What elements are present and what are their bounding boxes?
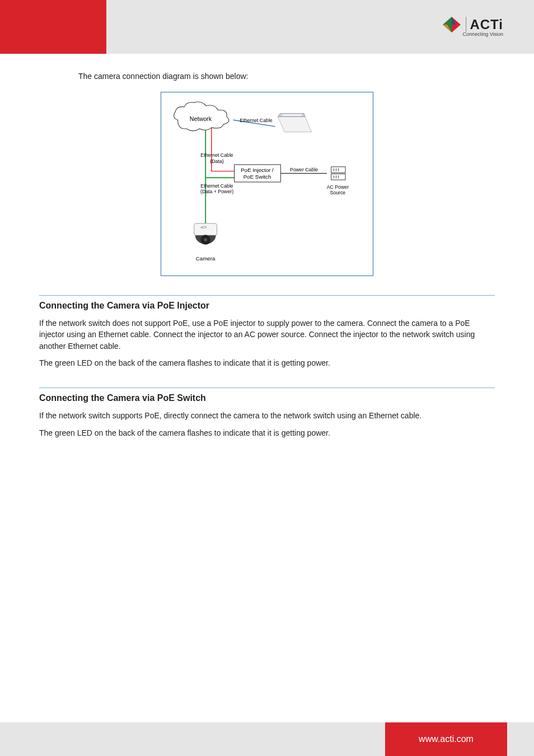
page-content: The camera connection diagram is shown b… [0, 54, 534, 438]
svg-point-34 [204, 238, 207, 241]
svg-text:(Data): (Data) [210, 158, 223, 164]
svg-rect-13 [282, 114, 302, 116]
svg-text:ACTi: ACTi [200, 226, 207, 229]
camera-icon: ACTi [194, 223, 217, 245]
svg-marker-11 [278, 117, 311, 132]
brand-name: ACTi [470, 17, 503, 32]
header-band: ACTi Connecting Vision [0, 0, 534, 54]
section-title-switch: Connecting the Camera via PoE Switch [39, 391, 495, 404]
section-injector: Connecting the Camera via PoE Injector I… [39, 295, 495, 368]
section-p: If the network switch does not support P… [39, 318, 495, 352]
acti-logo-icon [441, 16, 463, 34]
svg-rect-31 [194, 223, 217, 235]
svg-text:PoE Injector /: PoE Injector / [241, 167, 274, 173]
ac-outlet-icon [331, 167, 345, 180]
diagram-svg: Network Ethernet Cable PoE Injector / Po… [169, 99, 365, 267]
svg-text:PoE Switch: PoE Switch [243, 174, 271, 180]
svg-text:Source: Source [330, 190, 346, 196]
footer-link[interactable]: www.acti.com [385, 722, 507, 756]
section-title-injector: Connecting the Camera via PoE Injector [39, 299, 495, 312]
svg-text:AC Power: AC Power [327, 184, 349, 190]
section-p: The green LED on the back of the camera … [39, 427, 495, 438]
section-p: If the network switch supports PoE, dire… [39, 410, 495, 421]
divider [39, 388, 495, 388]
svg-text:Ethernet Cable: Ethernet Cable [200, 183, 233, 189]
ethernet-cable-top-label: Ethernet Cable [240, 118, 273, 123]
intro-text: The camera connection diagram is shown b… [78, 71, 495, 82]
svg-text:(Data + Power): (Data + Power) [200, 189, 233, 195]
section-switch: Connecting the Camera via PoE Switch If … [39, 388, 495, 438]
logo-area: ACTi Connecting Vision [106, 0, 534, 54]
power-cable-label: Power Cable [290, 167, 318, 172]
header-red-block [0, 0, 106, 54]
laptop-icon [278, 114, 311, 132]
network-label: Network [190, 115, 212, 122]
svg-text:Ethernet Cable: Ethernet Cable [200, 153, 233, 158]
camera-label: Camera [196, 255, 216, 262]
brand-tagline: Connecting Vision [463, 31, 503, 37]
connection-diagram: Network Ethernet Cable PoE Injector / Po… [161, 92, 373, 276]
divider [39, 295, 495, 296]
section-p: The green LED on the back of the camera … [39, 357, 495, 368]
